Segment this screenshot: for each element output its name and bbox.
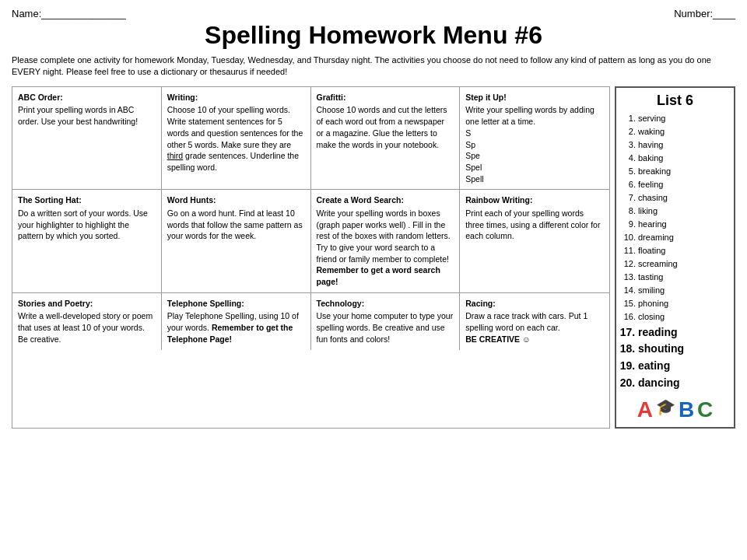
word-list-panel: List 6 servingwakinghavingbakingbreaking…	[615, 86, 735, 429]
word-list-item: chasing	[638, 191, 728, 205]
word-list: servingwakinghavingbakingbreakingfeeling…	[622, 112, 728, 392]
cell-rainbow: Rainbow Writing: Print each of your spel…	[460, 190, 609, 292]
cell-title-grafitti: Grafitti:	[317, 92, 454, 103]
cell-writing: Writing: Choose 10 of your spelling word…	[162, 87, 311, 190]
word-list-item: shouting	[638, 341, 728, 358]
bold-telephone: Remember to get the Telephone Page!	[167, 323, 293, 344]
word-list-item: phoning	[638, 297, 728, 310]
bold-remember-search: Remember to get a word search page!	[317, 265, 440, 286]
instructions: Please complete one activity for homewor…	[12, 54, 735, 79]
word-list-item: breaking	[638, 165, 728, 178]
word-list-item: baking	[638, 152, 728, 165]
word-list-item: dancing	[638, 375, 728, 392]
word-list-item: tasting	[638, 271, 728, 284]
cell-title-step: Step it Up!	[465, 92, 604, 103]
letter-a-icon: A	[637, 397, 653, 422]
word-list-item: floating	[638, 244, 728, 257]
grid-row-2: The Sorting Hat: Do a written sort of yo…	[12, 190, 609, 293]
grid-row-3: Stories and Poetry: Write a well-develop…	[12, 293, 609, 350]
main-layout: ABC Order: Print your spelling words in …	[12, 86, 735, 429]
cell-title-telephone: Telephone Spelling:	[167, 298, 305, 310]
word-list-item: hearing	[638, 218, 728, 231]
word-list-item: reading	[638, 324, 728, 341]
list-title: List 6	[622, 93, 728, 109]
letter-b-icon: B	[679, 397, 694, 422]
word-list-item: having	[638, 138, 728, 152]
diploma-icon: 🎓	[656, 397, 675, 422]
name-label: Name:_______________	[12, 8, 126, 19]
cell-racing: Racing: Draw a race track with cars. Put…	[460, 293, 609, 350]
cell-stories: Stories and Poetry: Write a well-develop…	[12, 293, 162, 350]
word-list-item: dreaming	[638, 231, 728, 244]
cell-title-sorting: The Sorting Hat:	[18, 194, 156, 206]
cell-word-search: Create a Word Search: Write your spellin…	[311, 190, 461, 292]
cell-title-racing: Racing:	[465, 298, 604, 310]
bold-creative: BE CREATIVE ☺	[465, 334, 530, 344]
cell-abc-order: ABC Order: Print your spelling words in …	[12, 87, 162, 190]
cell-title-abc: ABC Order:	[18, 92, 156, 103]
abc-icons: A 🎓 B C	[622, 397, 728, 422]
letter-c-icon: C	[697, 397, 713, 422]
cell-step-it-up: Step it Up! Write your spelling words by…	[460, 87, 609, 190]
cell-title-stories: Stories and Poetry:	[18, 298, 156, 310]
cell-title-word-search: Create a Word Search:	[317, 194, 454, 206]
grid-row-1: ABC Order: Print your spelling words in …	[12, 87, 609, 191]
word-list-item: liking	[638, 205, 728, 218]
cell-title-rainbow: Rainbow Writing:	[465, 194, 604, 206]
word-list-item: smiling	[638, 284, 728, 297]
underline-third: third	[167, 151, 183, 160]
word-list-item: waking	[638, 125, 728, 138]
word-list-item: feeling	[638, 178, 728, 191]
cell-sorting-hat: The Sorting Hat: Do a written sort of yo…	[12, 190, 162, 292]
word-list-item: serving	[638, 112, 728, 125]
word-list-item: screaming	[638, 257, 728, 271]
cell-title-word-hunts: Word Hunts:	[167, 194, 305, 206]
word-list-item: closing	[638, 310, 728, 324]
cell-title-writing: Writing:	[167, 92, 305, 103]
number-label: Number:____	[674, 8, 735, 19]
word-list-item: eating	[638, 358, 728, 375]
cell-title-technology: Technology:	[317, 298, 454, 310]
cell-telephone: Telephone Spelling: Play Telephone Spell…	[162, 293, 311, 350]
cell-word-hunts: Word Hunts: Go on a word hunt. Find at l…	[162, 190, 311, 292]
page-title: Spelling Homework Menu #6	[12, 21, 735, 50]
activity-grid: ABC Order: Print your spelling words in …	[12, 86, 610, 429]
cell-grafitti: Grafitti: Choose 10 words and cut the le…	[311, 87, 461, 190]
cell-technology: Technology: Use your home computer to ty…	[311, 293, 461, 350]
